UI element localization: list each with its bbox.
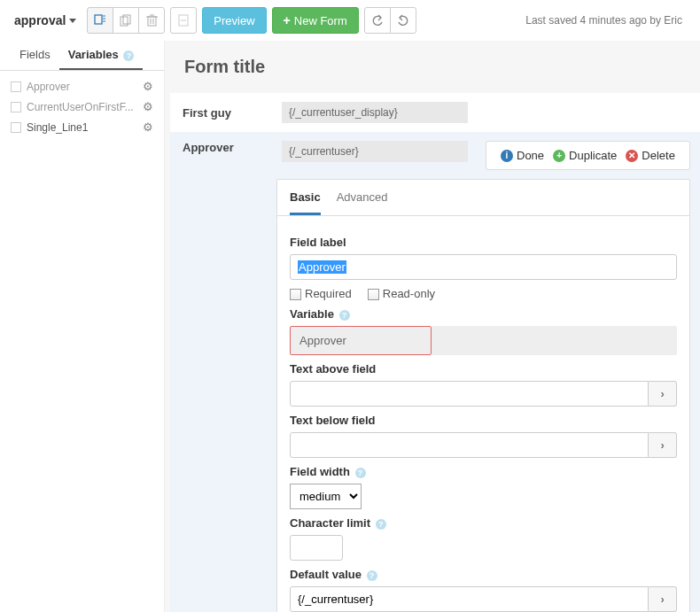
chevron-right-icon: › — [660, 387, 664, 400]
field-label-input[interactable]: Approver — [290, 254, 677, 280]
duplicate-icon: + — [553, 150, 565, 162]
default-value-label: Default value ? — [290, 568, 677, 581]
text-below-label: Text below field — [290, 414, 677, 427]
field-width-label: Field width ? — [290, 465, 677, 478]
readonly-checkbox[interactable]: Read-only — [368, 287, 435, 300]
form-name-dropdown[interactable]: approval — [9, 10, 82, 31]
page-icon — [177, 14, 190, 27]
variable-display-rest — [432, 326, 677, 355]
expand-button[interactable]: › — [649, 432, 677, 458]
field-label: First guy — [183, 106, 271, 120]
edit-mode-button[interactable] — [87, 7, 113, 34]
settings-tab-basic[interactable]: Basic — [290, 190, 321, 215]
svg-rect-6 — [148, 17, 156, 26]
delete-field-button[interactable]: ✕Delete — [626, 149, 675, 162]
content-area: Fields Variables ? Approver ⚙ CurrentUse… — [0, 41, 700, 612]
copy-button[interactable] — [113, 7, 139, 34]
tab-variables[interactable]: Variables ? — [59, 41, 144, 70]
new-form-button[interactable]: +New Form — [272, 7, 359, 34]
delete-button[interactable] — [138, 7, 165, 34]
redo-button[interactable] — [390, 7, 416, 34]
gear-icon[interactable]: ⚙ — [143, 80, 153, 93]
help-icon[interactable]: ? — [355, 468, 366, 478]
required-checkbox[interactable]: Required — [290, 287, 352, 300]
form-name-label: approval — [14, 13, 66, 27]
field-label-label: Field label — [290, 236, 677, 249]
gear-icon[interactable]: ⚙ — [143, 120, 153, 134]
expand-button[interactable]: › — [649, 586, 677, 612]
tab-fields[interactable]: Fields — [11, 41, 59, 70]
preview-button[interactable]: Preview — [202, 7, 266, 34]
last-saved-text: Last saved 4 minutes ago by Eric — [525, 14, 691, 27]
variable-label: Variable ? — [290, 307, 677, 321]
undo-redo-group — [364, 7, 416, 34]
editor-mode-group — [87, 7, 165, 34]
default-value-input[interactable] — [290, 586, 649, 612]
form-canvas-area: Form title First guy {/_currentuser_disp… — [164, 41, 700, 612]
text-above-input[interactable] — [290, 381, 649, 407]
checkbox-icon — [290, 289, 301, 300]
variable-display[interactable]: Approver — [290, 326, 432, 355]
field-label: Approver — [183, 141, 271, 154]
chevron-right-icon: › — [660, 593, 664, 606]
char-limit-label: Character limit ? — [290, 516, 677, 530]
duplicate-button[interactable]: +Duplicate — [553, 149, 617, 162]
form-field-row-selected[interactable]: Approver {/_currentuser} iDone +Duplicat… — [170, 132, 700, 179]
caret-down-icon — [69, 19, 76, 23]
checkbox-icon — [11, 81, 21, 92]
field-value-box: {/_currentuser_display} — [282, 102, 468, 123]
settings-tabs: Basic Advanced — [277, 180, 689, 216]
help-icon[interactable]: ? — [376, 519, 386, 530]
variable-row[interactable]: CurrentUserOnFirstF... ⚙ — [4, 97, 160, 117]
delete-icon: ✕ — [626, 150, 638, 162]
chevron-right-icon: › — [660, 438, 664, 452]
help-icon[interactable]: ? — [339, 310, 350, 321]
variable-row[interactable]: Single_Line1 ⚙ — [4, 117, 160, 137]
field-label-value: Approver — [298, 260, 346, 274]
field-settings-panel: Basic Advanced Field label Approver Requ… — [276, 179, 690, 612]
variable-row[interactable]: Approver ⚙ — [4, 76, 160, 97]
toolbar: approval Preview +New Form Last saved 4 … — [0, 0, 700, 41]
undo-button[interactable] — [364, 7, 391, 34]
help-icon[interactable]: ? — [367, 570, 377, 581]
field-settings-wrap: Basic Advanced Field label Approver Requ… — [170, 179, 700, 612]
undo-icon — [371, 14, 384, 27]
settings-tab-advanced[interactable]: Advanced — [337, 190, 388, 215]
form-title[interactable]: Form title — [165, 41, 700, 93]
trash-icon — [146, 14, 158, 27]
plus-icon: + — [284, 13, 291, 27]
done-icon: i — [501, 150, 513, 162]
form-field-row[interactable]: First guy {/_currentuser_display} — [170, 93, 700, 132]
help-icon[interactable]: ? — [123, 50, 134, 61]
char-limit-input[interactable] — [290, 535, 343, 561]
sidebar: Fields Variables ? Approver ⚙ CurrentUse… — [0, 41, 164, 612]
sidebar-tabs: Fields Variables ? — [0, 41, 164, 71]
done-button[interactable]: iDone — [501, 149, 544, 162]
variable-name: Single_Line1 — [27, 121, 137, 134]
variable-name: CurrentUserOnFirstF... — [27, 101, 137, 113]
page-break-button[interactable] — [170, 7, 197, 34]
checkbox-icon — [11, 102, 21, 112]
field-value-box: {/_currentuser} — [282, 141, 468, 162]
field-action-bar: iDone +Duplicate ✕Delete — [486, 141, 690, 170]
text-below-input[interactable] — [290, 432, 649, 458]
checkbox-icon — [368, 289, 379, 300]
text-above-label: Text above field — [290, 362, 677, 376]
field-width-select[interactable]: medium — [290, 484, 362, 509]
redo-icon — [397, 14, 409, 27]
svg-rect-0 — [95, 15, 102, 24]
expand-button[interactable]: › — [649, 381, 677, 407]
variable-name: Approver — [27, 81, 137, 93]
gear-icon[interactable]: ⚙ — [143, 100, 153, 113]
checkbox-icon — [11, 122, 21, 133]
